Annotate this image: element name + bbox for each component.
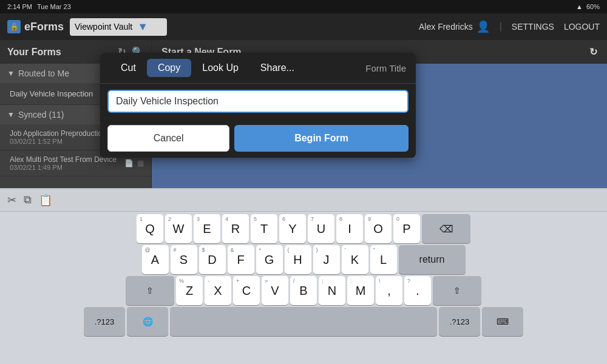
cancel-button[interactable]: Cancel (107, 125, 229, 152)
form-title-input[interactable] (107, 90, 409, 113)
key-c[interactable]: +C (233, 276, 260, 305)
key-x[interactable]: -X (205, 276, 231, 305)
text-input-row (100, 84, 416, 119)
key-i[interactable]: 8I (336, 214, 363, 243)
key-row-3: ⇧ %Z -X +C =V /B ;N :M !, ?. ⇧ (2, 276, 605, 305)
right-shift-key[interactable]: ⇧ (433, 276, 481, 305)
cut-toolbar-icon[interactable]: ✂ (7, 194, 16, 207)
key-m[interactable]: :M (347, 276, 374, 305)
key-b[interactable]: /B (290, 276, 317, 305)
keyboard-hide-key[interactable]: ⌨ (482, 307, 523, 336)
key-row-1: 1Q 2W 3E 4R 5T 6Y 7U 8I 9O 0P ⌫ (2, 214, 605, 243)
key-n[interactable]: ;N (319, 276, 345, 305)
key-period[interactable]: ?. (404, 276, 431, 305)
globe-key[interactable]: 🌐 (127, 307, 168, 336)
form-title-static-label: Form Title (365, 63, 406, 73)
key-l[interactable]: "L (370, 245, 397, 274)
key-w[interactable]: 2W (165, 214, 192, 243)
key-d[interactable]: $D (199, 245, 226, 274)
key-r[interactable]: 4R (222, 214, 249, 243)
num-switch-right[interactable]: .?123 (439, 307, 480, 336)
key-u[interactable]: 7U (308, 214, 334, 243)
delete-key[interactable]: ⌫ (422, 214, 470, 243)
key-row-2: @A #S $D &F *G (H )J 'K "L return (2, 245, 605, 274)
copy-button[interactable]: Copy (147, 59, 191, 77)
key-j[interactable]: )J (313, 245, 340, 274)
keyboard-area: ✂ ⧉ 📋 1Q 2W 3E 4R 5T 6Y 7U 8I 9O 0P ⌫ @A… (0, 188, 607, 364)
key-t[interactable]: 5T (251, 214, 277, 243)
key-a[interactable]: @A (142, 245, 169, 274)
lookup-button[interactable]: Look Up (191, 59, 249, 77)
context-menu-row: Cut Copy Look Up Share... Form Title (100, 53, 416, 84)
return-key[interactable]: return (399, 245, 466, 274)
key-s[interactable]: #S (171, 245, 197, 274)
key-h[interactable]: (H (285, 245, 311, 274)
key-f[interactable]: &F (228, 245, 254, 274)
key-comma[interactable]: !, (376, 276, 402, 305)
key-g[interactable]: *G (256, 245, 283, 274)
keyboard-rows: 1Q 2W 3E 4R 5T 6Y 7U 8I 9O 0P ⌫ @A #S $D… (0, 212, 607, 336)
paste-toolbar-icon[interactable]: 📋 (39, 194, 52, 207)
key-v[interactable]: =V (262, 276, 288, 305)
share-button[interactable]: Share... (249, 59, 305, 77)
copy-toolbar-icon[interactable]: ⧉ (24, 194, 32, 206)
key-e[interactable]: 3E (194, 214, 220, 243)
left-shift-key[interactable]: ⇧ (126, 276, 174, 305)
key-k[interactable]: 'K (342, 245, 368, 274)
key-z[interactable]: %Z (176, 276, 203, 305)
space-key[interactable] (170, 307, 437, 336)
key-y[interactable]: 6Y (279, 214, 306, 243)
action-buttons-row: Cancel Begin Form (100, 119, 416, 158)
key-q[interactable]: 1Q (137, 214, 163, 243)
key-p[interactable]: 0P (393, 214, 420, 243)
keyboard-toolbar: ✂ ⧉ 📋 (0, 189, 607, 212)
key-row-4: .?123 🌐 .?123 ⌨ (2, 307, 605, 336)
begin-form-button[interactable]: Begin Form (234, 125, 409, 152)
num-switch-left[interactable]: .?123 (84, 307, 125, 336)
cut-button[interactable]: Cut (110, 59, 147, 77)
context-popup: Cut Copy Look Up Share... Form Title Can… (100, 53, 416, 158)
key-o[interactable]: 9O (365, 214, 392, 243)
